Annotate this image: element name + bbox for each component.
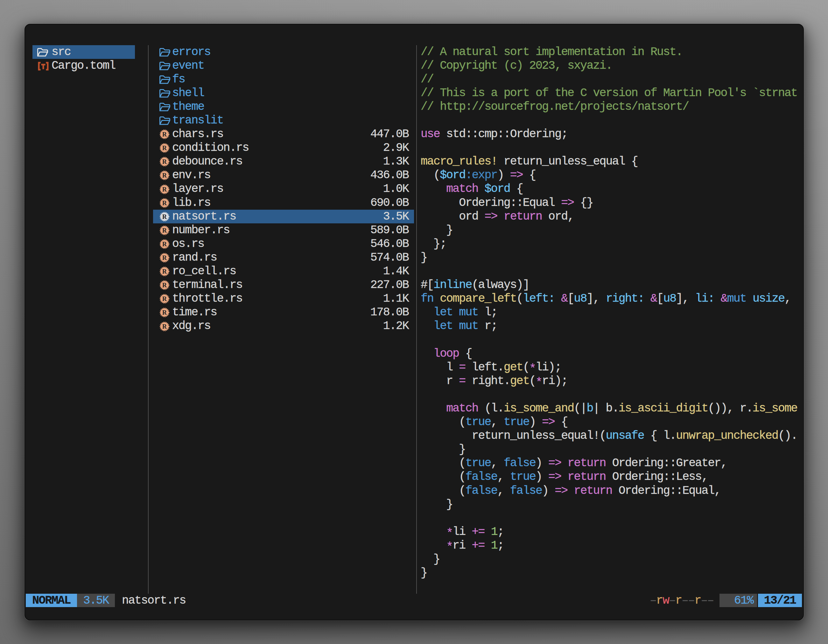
svg-text:R: R bbox=[162, 172, 167, 179]
svg-text:R: R bbox=[162, 158, 167, 165]
svg-text:R: R bbox=[162, 295, 167, 302]
svg-text:R: R bbox=[162, 186, 167, 193]
svg-text:R: R bbox=[162, 309, 167, 316]
svg-text:R: R bbox=[162, 323, 167, 330]
svg-text:R: R bbox=[162, 227, 167, 234]
svg-text:R: R bbox=[162, 241, 167, 248]
svg-text:R: R bbox=[162, 144, 167, 152]
svg-text:R: R bbox=[162, 199, 167, 207]
svg-text:R: R bbox=[162, 268, 167, 275]
svg-text:R: R bbox=[162, 254, 167, 261]
svg-text:R: R bbox=[162, 213, 167, 220]
svg-text:R: R bbox=[162, 131, 167, 138]
svg-text:R: R bbox=[162, 282, 167, 288]
